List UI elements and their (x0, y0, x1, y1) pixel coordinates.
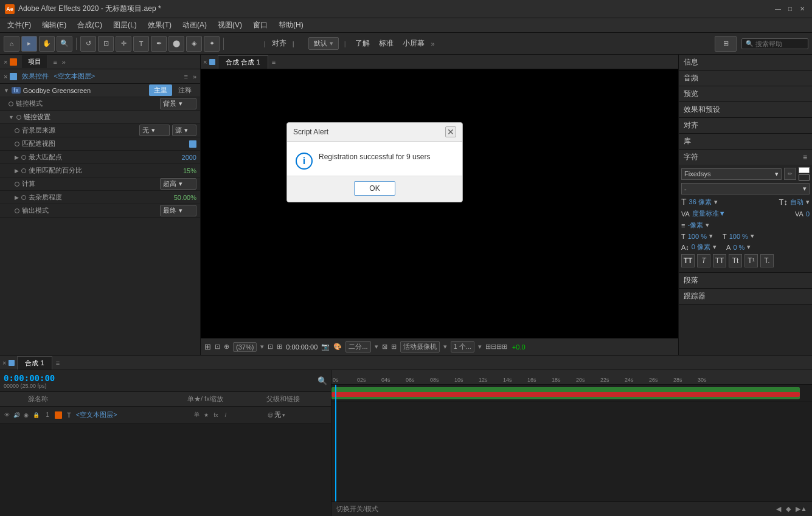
tsn-value[interactable]: 0 % (733, 244, 744, 251)
brush-tool-button[interactable]: ◈ (186, 36, 202, 52)
layer-visible-btn[interactable]: 👁 (2, 411, 11, 419)
menu-layer[interactable]: 图层(L) (108, 19, 142, 32)
layer-switch-scale[interactable]: / (221, 411, 230, 419)
composition-tab-1[interactable]: 合成 合成 1 (218, 55, 268, 69)
preview-snap-btn[interactable]: ⊞ (204, 342, 211, 351)
home-tool-button[interactable]: ⌂ (4, 36, 19, 52)
text-style-small-caps-btn[interactable]: Tt (729, 254, 742, 267)
match-mask-circle (15, 142, 19, 146)
maximize-button[interactable]: □ (785, 4, 795, 14)
font-size-value[interactable]: 36 像素 (689, 198, 712, 207)
font-family-select[interactable]: Fixedsys ▾ (681, 168, 782, 180)
layer-switch-fx[interactable]: fx (212, 411, 220, 419)
layer-name-1[interactable]: <空文本图层> (76, 410, 190, 419)
preview-split-select[interactable]: 二分... (345, 341, 370, 353)
effect-mode-dropdown[interactable]: 背景 ▾ (160, 98, 196, 109)
text-style-caps-btn[interactable]: TT (713, 254, 726, 267)
preview-region-btn[interactable]: ⊞ (277, 343, 282, 351)
workspace-divider: | (344, 40, 346, 47)
layer-parent-value[interactable]: 无 (274, 410, 281, 419)
dialog-ok-button[interactable]: OK (354, 181, 395, 196)
timeline-nav-prev[interactable]: ◀ (776, 505, 781, 513)
output-dropdown[interactable]: 最终 ▾ (160, 205, 196, 216)
layer-audio-btn[interactable]: 🔊 (12, 411, 21, 419)
zoom-tool-button[interactable]: 🔍 (57, 36, 72, 52)
paint-tool-button[interactable]: ⬤ (168, 36, 184, 52)
bg-source-dropdown-2[interactable]: 源 ▾ (172, 125, 196, 136)
font-color-picker[interactable]: ✏ (784, 168, 796, 180)
menu-help[interactable]: 帮助(H) (274, 19, 308, 32)
line-height-value[interactable]: 自动 (790, 198, 803, 207)
timeline-left-panel: 0:00:00:00 00000 (25.00 fps) 🔍 源名称 单★/ f… (0, 370, 331, 516)
menu-file[interactable]: 文件(F) (2, 19, 36, 32)
timeline-track-area (331, 385, 812, 501)
menu-view[interactable]: 视图(V) (213, 19, 247, 32)
tracking-value[interactable]: 0 (806, 210, 810, 218)
leading-icon: ≡ (681, 222, 685, 229)
audio-label: 音频 (684, 73, 698, 83)
ruler-26s: 26s (649, 377, 673, 383)
bg-source-dropdown-1[interactable]: 无 ▾ (139, 125, 170, 136)
hand-tool-button[interactable]: ✋ (39, 36, 55, 52)
text-style-tt-btn[interactable]: TT (681, 254, 695, 267)
preview-grid-btn[interactable]: ⊕ (224, 343, 229, 351)
preview-snapshot-btn[interactable]: 📷 (321, 343, 330, 351)
toolbar-more-btn[interactable]: » (431, 40, 435, 47)
text-style-sub-btn[interactable]: T. (760, 254, 774, 267)
right-tracker-title: 跟踪器 (679, 289, 812, 304)
layer-switch-1[interactable]: 单 (192, 411, 201, 419)
preview-zoom-select[interactable]: (37%) (233, 342, 257, 352)
character-menu-icon[interactable]: ≡ (803, 153, 807, 162)
title-bar: Ae Adobe After Effects 2020 - 无标题项目.aep … (0, 0, 812, 18)
preview-transparency-btn[interactable]: ⊠ (382, 343, 387, 351)
kerning-value[interactable]: 度量标准▼ (692, 209, 726, 218)
menu-window[interactable]: 窗口 (248, 19, 272, 32)
timeline-search-btn[interactable]: 🔍 (318, 376, 327, 385)
timecode-display[interactable]: 0:00:00:00 (4, 373, 55, 383)
clone-tool-button[interactable]: ✦ (204, 36, 220, 52)
timeline-nav-next[interactable]: ▶▲ (796, 505, 807, 513)
scale-v-value[interactable]: 100 % (729, 233, 748, 240)
preview-stereo-btns[interactable]: ⊞⊟⊞⊞ (485, 343, 507, 351)
anchor-tool-button[interactable]: ✛ (116, 36, 131, 52)
workspace-icon-button[interactable]: ⊞ (715, 36, 737, 52)
menu-edit[interactable]: 编辑(E) (37, 19, 71, 32)
preview-color-btn[interactable]: 🎨 (333, 343, 342, 351)
font-style-select[interactable]: - ▾ (681, 183, 810, 194)
layer-solo-btn[interactable]: ◉ (22, 411, 30, 419)
match-mask-checkbox[interactable] (189, 140, 196, 148)
menu-animation[interactable]: 动画(A) (178, 19, 212, 32)
timeline-tab-1[interactable]: 合成 1 (17, 356, 52, 370)
scale-h-icon: T (681, 233, 685, 240)
text-style-super-btn[interactable]: T¹ (744, 254, 758, 267)
preview-safe-btn[interactable]: ⊡ (215, 343, 220, 351)
preview-camera-select[interactable]: 活动摄像机 (400, 341, 440, 353)
search-help-input[interactable] (755, 40, 804, 47)
preview-fit-btn[interactable]: ⊡ (268, 343, 273, 351)
menu-composition[interactable]: 合成(C) (72, 19, 107, 32)
close-button[interactable]: ✕ (797, 4, 807, 14)
shape-tool-button[interactable]: T (133, 36, 149, 52)
preview-view-select[interactable]: 1 个... (451, 341, 474, 353)
pen-tool-button[interactable]: ✒ (151, 36, 167, 52)
fill-color-swatch[interactable] (799, 167, 810, 173)
project-tab[interactable]: 项目 (22, 55, 48, 68)
layer-lock-btn[interactable]: 🔒 (32, 411, 40, 419)
cam-tool-button[interactable]: ⊡ (98, 36, 114, 52)
text-style-t-btn[interactable]: T (697, 254, 710, 267)
calc-dropdown[interactable]: 超高 ▾ (160, 178, 196, 190)
select-tool-button[interactable]: ▸ (21, 36, 37, 52)
minimize-button[interactable]: — (773, 4, 783, 14)
layer-switch-star[interactable]: ★ (202, 411, 210, 419)
effect-tab-main[interactable]: 主里 (149, 84, 172, 96)
baseline-value[interactable]: 0 像素 (692, 243, 710, 252)
effect-tab-notes[interactable]: 注释 (173, 84, 196, 96)
menu-effect[interactable]: 效果(T) (143, 19, 176, 32)
preview-3d-btn[interactable]: ⊞ (391, 343, 397, 351)
dialog-close-button[interactable]: ✕ (445, 126, 456, 137)
rotate-tool-button[interactable]: ↺ (80, 36, 96, 52)
leading-value[interactable]: -像素 (687, 221, 703, 230)
scale-h-value[interactable]: 100 % (688, 233, 707, 240)
stroke-color-swatch[interactable] (799, 174, 810, 181)
timeline-playhead[interactable] (335, 385, 336, 501)
